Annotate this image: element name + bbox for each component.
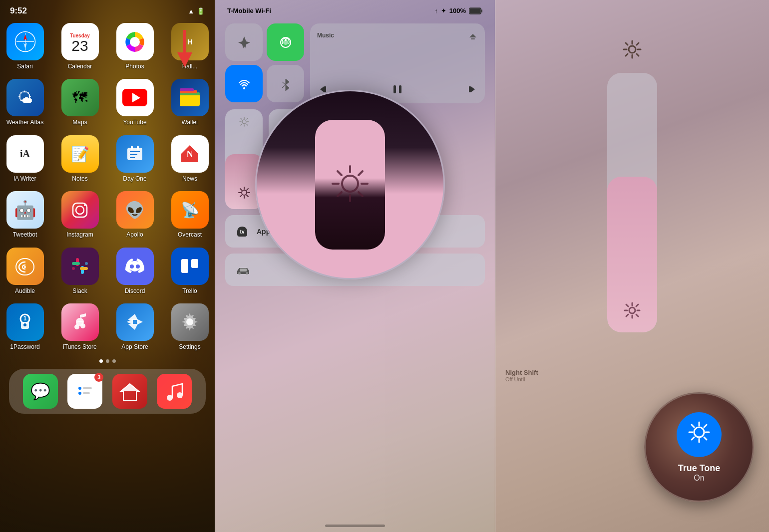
svg-line-83 (247, 124, 248, 125)
svg-text:N: N (187, 149, 193, 159)
app-apollo[interactable]: 👽 Apollo (112, 191, 157, 238)
svg-rect-87 (238, 272, 241, 274)
svg-line-96 (359, 192, 363, 196)
app-news[interactable]: N News (167, 135, 212, 182)
app-maps[interactable]: 🗺 Maps (57, 79, 102, 126)
app-itunes[interactable]: iTunes Store (57, 303, 102, 350)
dock-reminders[interactable]: 3 (67, 374, 102, 409)
svg-line-123 (704, 437, 707, 440)
svg-line-84 (247, 118, 248, 119)
news-label: News (182, 175, 197, 182)
app-safari[interactable]: Safari (2, 23, 47, 70)
panel-home-screen: 9:52 ▲ 🔋 Safari (0, 0, 215, 532)
app-tweetbot[interactable]: 🤖 Tweetbot (2, 191, 47, 238)
appstore-label: App Store (121, 343, 148, 350)
svg-point-99 (629, 46, 636, 53)
svg-point-90 (342, 176, 358, 192)
svg-rect-15 (127, 148, 142, 160)
night-shift-sublabel: Off Until (505, 376, 538, 382)
brightness-main-slider[interactable] (607, 73, 657, 332)
maps-icon: 🗺 (61, 79, 99, 116)
cc-status-icons: ↑ ✦ 100% (434, 7, 483, 14)
svg-rect-57 (481, 9, 482, 12)
truetone-badge (677, 412, 722, 457)
slack-icon (61, 248, 99, 285)
calendar-icon: Tuesday 23 (61, 23, 99, 60)
svg-rect-36 (191, 259, 198, 268)
app-trello[interactable]: Trello (167, 248, 212, 294)
app-calendar[interactable]: Tuesday 23 Calendar (57, 23, 102, 70)
svg-rect-11 (180, 94, 200, 106)
status-time: 9:52 (10, 6, 27, 16)
apollo-label: Apollo (126, 231, 143, 238)
car-icon (235, 264, 251, 276)
dock-music[interactable] (157, 374, 192, 409)
svg-rect-46 (77, 321, 82, 322)
svg-rect-56 (470, 8, 480, 13)
app-weather[interactable]: 🌤 Weather Atlas (2, 79, 47, 126)
discord-label: Discord (125, 287, 145, 294)
itunes-icon (61, 303, 99, 341)
calendar-day: 23 (71, 38, 88, 53)
app-overcast[interactable]: 📡 Overcast (167, 191, 212, 238)
overcast-icon: 📡 (171, 191, 209, 229)
svg-point-39 (23, 323, 26, 326)
app-audible[interactable]: Audible (2, 248, 47, 294)
truetone-icon (687, 420, 712, 449)
svg-point-34 (136, 265, 140, 268)
1password-icon: 1 (6, 303, 44, 341)
dock-spark[interactable] (112, 374, 147, 409)
app-instagram[interactable]: Instagram (57, 191, 102, 238)
dock-messages[interactable]: 💬 (23, 374, 58, 409)
svg-point-108 (629, 307, 635, 313)
dock: 💬 3 (9, 369, 206, 414)
app-iawriter[interactable]: iA iA Writer (2, 135, 47, 182)
svg-point-60 (285, 39, 287, 41)
spark-dock-icon (112, 374, 147, 409)
youtube-label: YouTube (123, 119, 146, 126)
app-notes[interactable]: 📝 Notes (57, 135, 102, 182)
svg-line-116 (626, 314, 628, 316)
app-appstore[interactable]: App Store (112, 303, 157, 350)
svg-line-105 (637, 54, 639, 56)
cc-airplane-button[interactable] (225, 23, 263, 61)
weather-label: Weather Atlas (6, 119, 43, 126)
cc-music-header: Music (317, 30, 478, 40)
notes-label: Notes (72, 175, 87, 182)
svg-rect-35 (181, 259, 188, 273)
svg-line-113 (626, 304, 628, 306)
truetone-title: True Tone (678, 463, 721, 474)
settings-icon (171, 303, 209, 341)
app-wallet[interactable]: Wallet (167, 79, 212, 126)
cc-carrier: T-Mobile Wi-Fi (227, 7, 271, 14)
svg-rect-30 (80, 267, 88, 270)
itunes-label: iTunes Store (63, 343, 97, 350)
svg-point-26 (24, 266, 26, 268)
svg-line-75 (247, 189, 248, 190)
page-dot-2 (106, 359, 109, 363)
instagram-label: Instagram (66, 231, 93, 238)
app-slack[interactable]: Slack (57, 248, 102, 294)
next-track-icon[interactable] (464, 82, 478, 96)
app-1password[interactable]: 1 1Password (2, 303, 47, 350)
svg-line-124 (704, 425, 707, 427)
wifi-icon (237, 77, 251, 91)
app-discord[interactable]: Discord (112, 248, 157, 294)
status-bar: 9:52 ▲ 🔋 (0, 0, 215, 18)
iawriter-label: iA Writer (13, 175, 36, 182)
app-dayone[interactable]: Day One (112, 135, 157, 182)
svg-rect-67 (469, 86, 471, 92)
panel-brightness-control: Night Shift Off Until True Tone (495, 0, 769, 532)
apollo-icon: 👽 (116, 191, 154, 229)
calendar-label: Calendar (68, 63, 92, 70)
svg-point-53 (167, 395, 173, 401)
app-youtube[interactable]: YouTube (112, 79, 157, 126)
appstore-icon (116, 303, 154, 341)
cc-music-label: Music (317, 32, 334, 39)
svg-marker-1 (177, 52, 192, 67)
svg-line-97 (359, 171, 363, 175)
weather-icon: 🌤 (6, 79, 44, 116)
cc-cellular-button[interactable] (267, 23, 304, 61)
app-settings[interactable]: Settings (167, 303, 212, 350)
app-photos[interactable]: Photos (112, 23, 157, 70)
